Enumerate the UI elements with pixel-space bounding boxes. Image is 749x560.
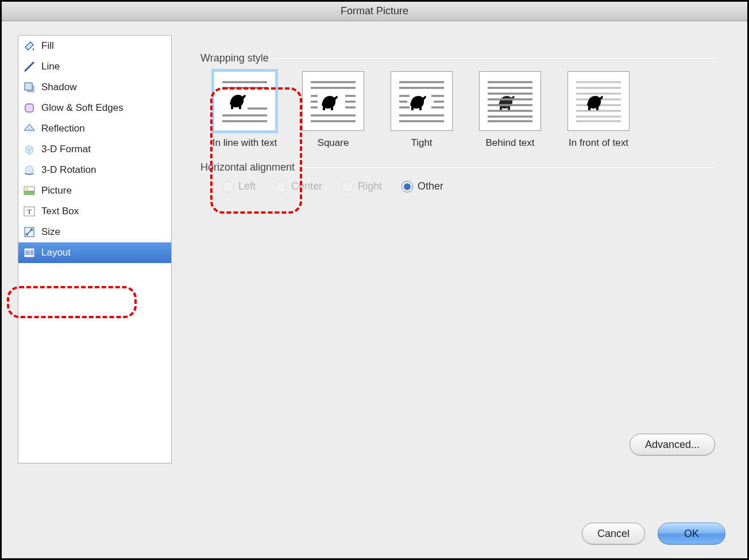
svg-point-4 [25, 166, 33, 174]
cube-icon [22, 142, 37, 157]
section-rule [300, 167, 715, 168]
wrap-option-tight[interactable]: Tight [385, 71, 458, 149]
align-radio-label: Center [291, 180, 322, 192]
size-icon [22, 225, 37, 240]
sidebar-item-label: Size [41, 226, 60, 238]
sidebar-item-label: Glow & Soft Edges [41, 102, 123, 114]
rotation-icon [22, 163, 37, 177]
dialog-content: Fill Line Shadow [2, 21, 747, 509]
reflection-icon [22, 121, 37, 136]
align-radio-center-input [275, 181, 287, 192]
align-radio-label: Right [358, 180, 382, 192]
ok-button[interactable]: OK [658, 523, 725, 544]
align-radio-center: Center [275, 180, 322, 192]
paint-bucket-icon [22, 38, 37, 53]
sidebar-item-3d-format[interactable]: 3-D Format [18, 139, 171, 160]
sidebar-item-reflection[interactable]: Reflection [18, 118, 171, 139]
window-title: Format Picture [341, 5, 408, 17]
align-radio-label: Other [418, 180, 443, 192]
wrap-option-label: Tight [411, 137, 432, 149]
advanced-row: Advanced... [200, 434, 715, 455]
sidebar-item-label: Fill [41, 40, 54, 52]
wrap-option-behind[interactable]: Behind text [474, 71, 546, 149]
align-radio-other[interactable]: Other [401, 180, 443, 192]
glow-icon [22, 101, 37, 115]
align-radio-right: Right [342, 180, 382, 192]
cancel-button[interactable]: Cancel [582, 523, 645, 544]
wrap-square-thumb [302, 71, 364, 131]
wrap-front-thumb [567, 71, 630, 131]
sidebar-item-label: 3-D Rotation [41, 164, 96, 176]
sidebar-item-size[interactable]: Size [18, 222, 171, 242]
advanced-button[interactable]: Advanced... [630, 434, 715, 455]
wrap-option-front[interactable]: In front of text [562, 71, 635, 149]
svg-rect-3 [25, 104, 33, 112]
svg-rect-12 [25, 250, 30, 255]
align-radio-left-input [222, 181, 234, 192]
svg-point-7 [26, 188, 28, 190]
wrap-inline-thumb [214, 71, 276, 131]
shadow-icon [22, 80, 37, 95]
sidebar-item-label: Layout [41, 247, 71, 258]
sidebar-item-layout[interactable]: Layout [18, 242, 171, 263]
wrapping-style-header: Wrapping style [200, 52, 715, 64]
horizontal-alignment-header: Horizontal alignment [200, 161, 715, 173]
alignment-radio-group: Left Center Right Other [200, 180, 715, 192]
dialog-body: Fill Line Shadow [2, 21, 747, 558]
wrap-option-label: Behind text [485, 137, 534, 149]
sidebar-item-label: Picture [41, 185, 72, 196]
sidebar-item-glow[interactable]: Glow & Soft Edges [18, 98, 171, 118]
svg-rect-6 [24, 191, 34, 195]
sidebar-item-shadow[interactable]: Shadow [18, 77, 171, 98]
sidebar-item-line[interactable]: Line [18, 56, 171, 77]
sidebar-item-label: Line [41, 61, 60, 72]
align-radio-right-input [342, 181, 353, 192]
section-rule [275, 58, 715, 59]
wrap-option-square[interactable]: Square [297, 71, 369, 149]
wrap-option-label: Square [318, 137, 349, 149]
sidebar-item-label: 3-D Format [41, 144, 91, 155]
sidebar-item-label: Reflection [41, 123, 85, 134]
wrap-tight-thumb [391, 71, 453, 131]
layout-panel: Wrapping style In line [184, 35, 731, 464]
category-sidebar: Fill Line Shadow [18, 35, 172, 464]
wrap-option-label: In line with text [213, 137, 277, 149]
sidebar-item-label: Shadow [41, 82, 76, 93]
picture-icon [22, 183, 37, 198]
wrap-behind-thumb [479, 71, 541, 131]
format-picture-dialog: Format Picture Fill Line [0, 0, 749, 560]
sidebar-item-text-box[interactable]: T Text Box [18, 201, 171, 222]
sidebar-item-fill[interactable]: Fill [18, 36, 171, 56]
svg-line-0 [25, 62, 34, 71]
wrapping-options-row: In line with text [200, 71, 715, 149]
sidebar-item-label: Text Box [41, 206, 79, 217]
text-box-icon: T [22, 204, 37, 219]
window-titlebar: Format Picture [2, 2, 747, 21]
layout-icon [22, 245, 37, 260]
align-radio-label: Left [238, 180, 256, 192]
align-radio-other-input[interactable] [401, 181, 413, 192]
wrapping-style-label: Wrapping style [200, 52, 269, 64]
sidebar-item-picture[interactable]: Picture [18, 180, 171, 201]
svg-rect-2 [25, 83, 32, 90]
align-radio-left: Left [222, 180, 256, 192]
wrap-option-label: In front of text [569, 137, 628, 149]
horizontal-alignment-label: Horizontal alignment [200, 161, 295, 173]
wrap-option-inline[interactable]: In line with text [209, 71, 281, 149]
sidebar-item-3d-rotation[interactable]: 3-D Rotation [18, 160, 171, 180]
svg-text:T: T [27, 207, 32, 216]
line-icon [22, 59, 37, 74]
dialog-footer: Cancel OK [2, 509, 747, 558]
